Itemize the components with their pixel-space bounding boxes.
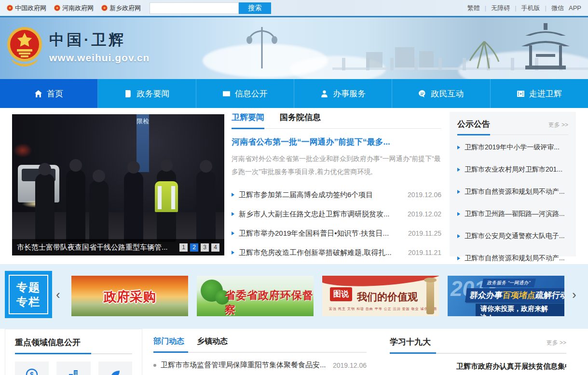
- triangle-bullet-icon: [232, 212, 234, 216]
- emblem-icon: ★: [101, 5, 108, 11]
- link-henan-gov[interactable]: ★ 河南政府网: [54, 4, 94, 13]
- site-url: www.weihui.gov.cn: [49, 52, 150, 64]
- national-emblem: [7, 25, 42, 69]
- hi-vis-vest: [155, 181, 178, 212]
- tab-township-dynamics[interactable]: 乡镇动态: [197, 336, 228, 352]
- study-more-link[interactable]: 更多 >>: [547, 339, 566, 347]
- page-4[interactable]: 4: [211, 243, 219, 252]
- search-button[interactable]: 搜索: [239, 2, 271, 14]
- separator: |: [515, 4, 516, 12]
- news-item[interactable]: 新乡市人大副主任路文忠赴卫辉市调研脱贫攻... 2019.12.02: [232, 204, 441, 224]
- announcement-item[interactable]: 卫辉市公安局交通警察大队电子...: [457, 227, 568, 246]
- carousel-pager: 1 2 3 4: [179, 243, 219, 252]
- separator: |: [545, 4, 547, 12]
- study-title: 学习十九大: [390, 336, 431, 353]
- leaf-icon: [109, 368, 122, 375]
- traditional-chinese-link[interactable]: 繁體: [467, 4, 480, 13]
- news-item[interactable]: 卫辉市危房改造工作创新举措破解难题,取得扎... 2019.11.21: [232, 243, 441, 262]
- accessibility-link[interactable]: 无障碍: [491, 4, 510, 13]
- news-item-title: 卫辉市参加第二届高博会成功签约6个项目: [239, 190, 403, 200]
- special-topics-button[interactable]: 专题 专栏: [5, 271, 52, 318]
- triangle-bullet-icon: [457, 146, 460, 149]
- page-1[interactable]: 1: [179, 243, 188, 252]
- tile-construction[interactable]: [56, 362, 90, 375]
- link-china-gov[interactable]: ★ 中国政府网: [7, 4, 46, 13]
- dot-bullet-icon: [153, 364, 156, 367]
- search-bar: 搜索: [150, 2, 271, 14]
- nav-info-disclosure[interactable]: 信息公开: [196, 79, 294, 108]
- search-input[interactable]: [150, 2, 239, 14]
- building-icon: [67, 368, 80, 375]
- nav-label: 办事服务: [333, 88, 366, 99]
- carousel-caption-bar: 市长范士富带队夜查国省干线公路重型车辆管... 1 2 3 4: [12, 239, 224, 255]
- triangle-bullet-icon: [232, 231, 234, 235]
- mobile-version-link[interactable]: 手机版: [521, 4, 540, 13]
- news-item-title: 新乡市人大副主任路文忠赴卫辉市调研脱贫攻...: [239, 210, 403, 219]
- nav-government-news[interactable]: 政务要闻: [98, 79, 196, 108]
- nav-label: 走进卫辉: [529, 88, 562, 99]
- nav-interaction[interactable]: 政民互动: [392, 79, 490, 108]
- link-xinxiang-gov[interactable]: ★ 新乡政府网: [101, 4, 141, 13]
- money-icon: $: [26, 368, 38, 375]
- topics-label: 专栏: [16, 295, 41, 309]
- page-2[interactable]: 2: [190, 243, 198, 252]
- nav-services[interactable]: 办事服务: [294, 79, 392, 108]
- news-photo-carousel[interactable]: 限检 市长范士富带队夜查国省干线公路重型车辆管... 1 2 3 4: [12, 114, 224, 255]
- tile-finance[interactable]: $: [15, 362, 49, 375]
- banner-title: 我们的价值观: [357, 290, 418, 304]
- carousel-next-arrow[interactable]: ›: [572, 288, 576, 301]
- nav-label: 信息公开: [235, 88, 268, 99]
- bridge-pavilion-scene: [221, 17, 588, 79]
- triangle-bullet-icon: [457, 190, 460, 194]
- news-item[interactable]: 卫辉市参加第二届高博会成功签约6个项目 2019.12.06: [232, 185, 441, 204]
- emblem-icon: ★: [7, 5, 13, 11]
- carousel-photo: 限检: [12, 114, 224, 255]
- announcement-title: 卫辉市自然资源和规划局不动产...: [465, 188, 565, 196]
- carousel-prev-arrow[interactable]: ‹: [56, 288, 60, 301]
- banner-core-values[interactable]: 图说 我们的价值观 富强 民主 文明 和谐 自由 平等 公正 法治 爱国 敬业 …: [322, 276, 439, 316]
- gov-links: ★ 中国政府网 ★ 河南政府网 ★ 新乡政府网: [7, 4, 141, 13]
- announcement-item[interactable]: 卫辉市2019年中小学一级评审...: [457, 138, 568, 157]
- dynamics-item[interactable]: 卫辉市市场监督管理局保障重阳节集体聚餐食品安... 2019.12.06: [153, 361, 367, 370]
- announcements-more-link[interactable]: 更多 >>: [548, 121, 568, 129]
- banner-blockage-relief-campaign[interactable]: 2018 政务服务 “一网通办” 群众办事百项堵点疏解行动 请你来投票，政府来解…: [448, 276, 564, 316]
- announcement-title: 卫辉市公安局交通警察大队电子...: [465, 232, 565, 241]
- app-link[interactable]: APP: [569, 4, 581, 12]
- gov-link-label: 中国政府网: [15, 4, 46, 13]
- core-values-text: 富强 民主 文明 和谐 自由 平等 公正 法治 爱国 敬业 诚信 友善: [329, 307, 437, 311]
- study-item[interactable]: 卫辉市政府办认真开展扶贫信息集中提升: [456, 362, 566, 371]
- tab-weihui-news[interactable]: 卫辉要闻: [232, 112, 264, 129]
- tab-department-dynamics[interactable]: 部门动态: [153, 336, 184, 352]
- tile-environment[interactable]: [98, 362, 132, 375]
- separator: |: [485, 4, 486, 12]
- triangle-bullet-icon: [232, 193, 234, 197]
- page-3[interactable]: 3: [201, 243, 209, 252]
- banner-government-procurement[interactable]: 政府采购: [71, 276, 188, 316]
- banner-environmental-inspection[interactable]: 省委省政府环保督察: [197, 276, 314, 316]
- announcement-item[interactable]: 卫辉市自然资源和规划局不动产...: [457, 182, 568, 201]
- dynamics-item-date: 2019.12.06: [333, 362, 367, 369]
- triangle-bullet-icon: [457, 256, 460, 260]
- bottom-section: 重点领域信息公开 $: [0, 329, 588, 375]
- news-summary: 河南省对外公布全省第一批企业和群众到政府办事“一网通办”前提下“最多跑一次”审批…: [232, 152, 441, 178]
- nav-home[interactable]: 首页: [0, 79, 98, 108]
- triangle-bullet-icon: [232, 251, 234, 254]
- banner-title: 政府采购: [71, 288, 188, 306]
- person-icon: [320, 90, 328, 98]
- carousel-caption: 市长范士富带队夜查国省干线公路重型车辆管...: [17, 243, 179, 252]
- wechat-link[interactable]: 微信: [551, 4, 564, 13]
- stone-column-decor: [426, 281, 434, 314]
- news-item-title: 卫辉市危房改造工作创新举措破解难题,取得扎...: [239, 248, 403, 257]
- emblem-icon: ★: [54, 5, 60, 11]
- banner-title: 省委省政府环保督察: [225, 288, 314, 316]
- announcement-item[interactable]: 卫辉市卫州路—翟阳路—河滨路...: [457, 204, 568, 224]
- dynamics-item-title: 卫辉市市场监督管理局保障重阳节集体聚餐食品安...: [161, 361, 327, 370]
- nav-about-weihui[interactable]: 走进卫辉: [491, 79, 588, 108]
- news-item-title: 卫辉市举办2019年全国科普日•知识节·扶贫日...: [239, 229, 403, 238]
- news-headline[interactable]: 河南省公布第一批“一网通办”前提下“最多...: [232, 136, 441, 147]
- tab-state-council-info[interactable]: 国务院信息: [280, 112, 321, 128]
- gov-link-label: 新乡政府网: [109, 4, 141, 13]
- announcement-item[interactable]: 卫辉市农业农村局对卫辉市201...: [457, 160, 568, 179]
- announcements-panel: 公示公告 更多 >> 卫辉市2019年中小学一级评审... 卫辉市农业农村局对卫…: [450, 112, 576, 256]
- news-item[interactable]: 卫辉市举办2019年全国科普日•知识节·扶贫日... 2019.11.25: [232, 224, 441, 243]
